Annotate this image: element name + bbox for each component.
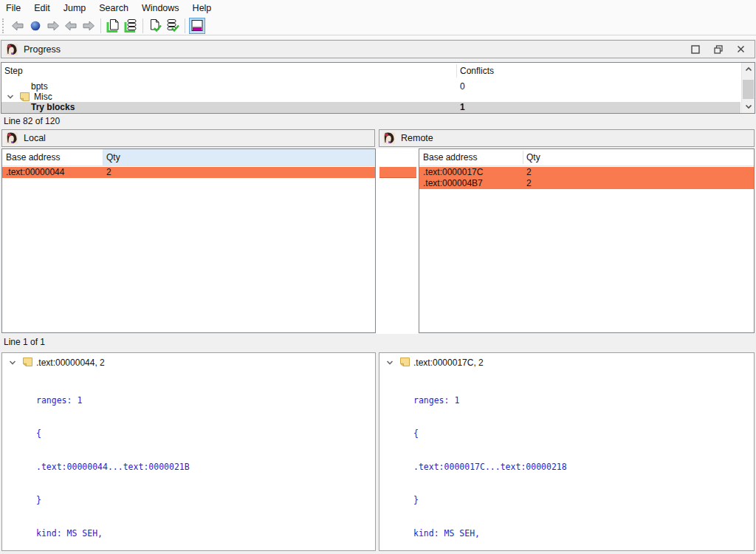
remote-table-header: Base address Qty: [419, 149, 754, 166]
menu-help[interactable]: Help: [187, 1, 219, 16]
ida-app-icon: [383, 132, 395, 144]
local-address-table: Base address Qty .text:00000044 2: [1, 148, 376, 333]
try-block-details: ranges: 1 { .text:00000044...text:000002…: [36, 373, 375, 551]
menu-bar: File Edit Jump Search Windows Help: [0, 0, 756, 16]
conflict-connector: [379, 167, 416, 178]
column-divider[interactable]: [103, 151, 103, 164]
table-row[interactable]: .text:0000017C 2: [419, 167, 754, 178]
column-divider[interactable]: [523, 151, 523, 164]
diff-gutter: [376, 148, 419, 351]
tree-node[interactable]: .text:00000044, 2: [2, 356, 375, 370]
table-row-bpts[interactable]: bpts 0: [1, 81, 740, 92]
steps-table: Step Conflicts bpts 0 Misc Try blocks 1: [1, 62, 755, 114]
nav-back-button[interactable]: [10, 18, 26, 34]
toolbar-separator: [185, 18, 185, 33]
toolbar-drag-handle[interactable]: [2, 18, 6, 33]
qty-cell: 2: [106, 167, 111, 178]
scroll-up-icon[interactable]: [742, 64, 755, 75]
step-label: Try blocks: [31, 102, 75, 113]
table-row[interactable]: .text:00000044 2: [2, 167, 375, 178]
maximize-button[interactable]: [690, 44, 700, 54]
qty-cell: 2: [526, 178, 532, 189]
column-header-base-address[interactable]: Base address: [6, 152, 60, 163]
tree-node-label: .text:0000017C, 2: [413, 358, 484, 368]
local-file-button[interactable]: [105, 18, 121, 34]
nav-back-icon: [11, 20, 24, 32]
remote-detail-panel: .text:0000017C, 2 ranges: 1 { .text:0000…: [379, 352, 755, 551]
remote-address-table: Base address Qty .text:0000017C 2 .text:…: [419, 148, 755, 333]
base-address-cell: .text:0000017C: [423, 167, 483, 178]
column-divider[interactable]: [456, 64, 457, 78]
tree-node[interactable]: .text:0000017C, 2: [379, 356, 754, 370]
validate-database-icon: [165, 18, 180, 33]
jump-next-icon: [82, 20, 95, 32]
column-header-qty[interactable]: Qty: [106, 152, 120, 163]
maximize-icon: [691, 45, 700, 54]
status-line-bottom: Line 1 of 1: [0, 334, 756, 351]
jump-next-button[interactable]: [80, 18, 97, 34]
status-text: Line 82 of 120: [4, 116, 60, 126]
validate-database-button[interactable]: [165, 18, 181, 34]
local-database-button[interactable]: [123, 18, 139, 34]
toolbar: [0, 16, 756, 35]
column-header-step[interactable]: Step: [4, 66, 23, 76]
local-file-icon: [106, 18, 120, 33]
code-line: {: [36, 428, 375, 440]
code-line: kind: MS SEH,: [413, 528, 754, 539]
table-row-try-blocks-selected[interactable]: Try blocks 1: [1, 102, 740, 113]
close-button[interactable]: [736, 44, 746, 54]
code-line: ranges: 1: [413, 395, 754, 406]
qty-cell: 2: [526, 167, 532, 178]
menu-file[interactable]: File: [0, 1, 28, 16]
table-row-misc[interactable]: Misc: [1, 92, 740, 102]
code-line: .text:00000044...text:0000021B: [36, 462, 375, 473]
code-line: {: [413, 428, 754, 440]
column-header-base-address[interactable]: Base address: [423, 152, 477, 163]
local-panel-titlebar[interactable]: Local: [1, 129, 375, 147]
float-icon: [714, 45, 723, 54]
remote-panel-titlebar[interactable]: Remote: [379, 129, 755, 147]
menu-jump[interactable]: Jump: [58, 1, 94, 16]
conflicts-value: 1: [460, 102, 465, 113]
scroll-down-icon[interactable]: [742, 101, 755, 112]
tree-node-label: .text:00000044, 2: [36, 358, 105, 368]
merge-view-icon: [190, 19, 204, 33]
ida-app-icon: [6, 132, 18, 144]
column-header-qty[interactable]: Qty: [526, 152, 540, 163]
nav-forward-button[interactable]: [45, 18, 61, 34]
menu-edit[interactable]: Edit: [28, 1, 58, 16]
code-line: .text:0000017C...text:00000218: [413, 462, 754, 473]
column-header-conflicts[interactable]: Conflicts: [460, 66, 494, 76]
menu-windows[interactable]: Windows: [136, 1, 187, 16]
scrollbar-thumb[interactable]: [743, 80, 754, 99]
base-address-cell: .text:00000044: [6, 167, 64, 178]
local-table-header: Base address Qty: [2, 149, 375, 166]
chevron-down-icon[interactable]: [385, 358, 394, 369]
float-button[interactable]: [713, 44, 723, 54]
ida-merge-window: File Edit Jump Search Windows Help: [0, 0, 756, 554]
sorted-column-highlight: [103, 149, 375, 165]
table-row[interactable]: .text:000004B7 2: [419, 178, 754, 189]
toolbar-divider: [0, 35, 756, 35]
menu-search[interactable]: Search: [93, 1, 136, 16]
progress-titlebar[interactable]: Progress: [1, 40, 755, 58]
try-block-details: ranges: 1 { .text:0000017C...text:000002…: [413, 373, 754, 551]
code-line: kind: MS SEH,: [36, 528, 375, 539]
local-database-icon: [123, 18, 138, 33]
merge-view-toggle[interactable]: [189, 18, 205, 34]
jump-prev-icon: [64, 20, 78, 32]
conflicts-value: 0: [460, 81, 465, 92]
status-line-top: Line 82 of 120: [0, 114, 756, 128]
local-detail-panel: .text:00000044, 2 ranges: 1 { .text:0000…: [1, 352, 376, 551]
toolbar-separator: [142, 18, 143, 33]
steps-scrollbar[interactable]: [741, 63, 755, 113]
code-line: }: [36, 495, 375, 506]
chevron-down-icon[interactable]: [8, 358, 17, 369]
jump-prev-button[interactable]: [63, 18, 79, 34]
nav-marker-button[interactable]: [27, 18, 44, 34]
validate-file-button[interactable]: [147, 18, 163, 34]
steps-table-header: Step Conflicts: [1, 63, 741, 80]
nav-marker-icon: [30, 20, 41, 32]
folder-icon: [22, 357, 33, 369]
step-label: bpts: [31, 81, 48, 92]
